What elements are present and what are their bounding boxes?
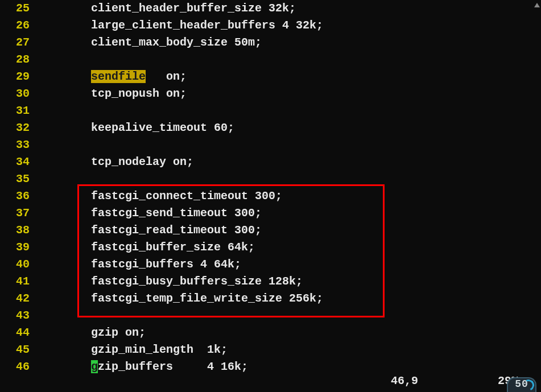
- line-number: 44: [0, 324, 34, 341]
- code-line[interactable]: 33: [0, 137, 541, 154]
- code-line[interactable]: 26large_client_header_buffers 4 32k;: [0, 17, 541, 34]
- line-number: 27: [0, 34, 34, 51]
- line-number: 39: [0, 239, 34, 256]
- code-text: fastcgi_connect_timeout 300;: [34, 188, 282, 205]
- code-text: gzip_min_length 1k;: [34, 341, 228, 358]
- line-number: 38: [0, 222, 34, 239]
- code-text: client_max_body_size 50m;: [34, 34, 262, 51]
- line-number: 26: [0, 17, 34, 34]
- code-line[interactable]: 37fastcgi_send_timeout 300;: [0, 205, 541, 222]
- line-number: 40: [0, 256, 34, 273]
- code-line[interactable]: 30tcp_nopush on;: [0, 85, 541, 102]
- code-text: tcp_nopush on;: [34, 85, 187, 102]
- code-text: sendfile on;: [34, 68, 187, 85]
- code-text: fastcgi_send_timeout 300;: [34, 205, 262, 222]
- code-line[interactable]: 32keepalive_timeout 60;: [0, 119, 541, 137]
- code-text: client_header_buffer_size 32k;: [34, 0, 296, 17]
- code-text: tcp_nodelay on;: [34, 154, 193, 171]
- code-line[interactable]: 35: [0, 171, 541, 188]
- highlighted-text: sendfile: [91, 70, 146, 83]
- scrollbar-up-icon[interactable]: [533, 1, 540, 9]
- line-number: 32: [0, 119, 34, 137]
- status-bar: 46,9 29%: [0, 373, 541, 390]
- code-line[interactable]: 40fastcgi_buffers 4 64k;: [0, 256, 541, 273]
- code-text: fastcgi_temp_file_write_size 256k;: [34, 290, 323, 307]
- overlay-badge: 50: [507, 377, 536, 392]
- code-line[interactable]: 34tcp_nodelay on;: [0, 154, 541, 171]
- line-number: 36: [0, 188, 34, 205]
- code-text: fastcgi_buffers 4 64k;: [34, 256, 241, 273]
- cursor-position: 46,9: [391, 373, 418, 390]
- line-number: 37: [0, 205, 34, 222]
- code-line[interactable]: 45gzip_min_length 1k;: [0, 341, 541, 358]
- line-number: 28: [0, 51, 34, 68]
- code-text: keepalive_timeout 60;: [34, 119, 234, 137]
- code-line[interactable]: 44gzip on;: [0, 324, 541, 341]
- code-line[interactable]: 38fastcgi_read_timeout 300;: [0, 222, 541, 239]
- code-line[interactable]: 28: [0, 51, 541, 68]
- code-line[interactable]: 43: [0, 307, 541, 324]
- code-line[interactable]: 36fastcgi_connect_timeout 300;: [0, 188, 541, 205]
- line-number: 34: [0, 154, 34, 171]
- code-text: fastcgi_read_timeout 300;: [34, 222, 262, 239]
- line-number: 45: [0, 341, 34, 358]
- code-line[interactable]: 39fastcgi_buffer_size 64k;: [0, 239, 541, 256]
- line-number: 33: [0, 137, 34, 154]
- code-line[interactable]: 29sendfile on;: [0, 68, 541, 85]
- code-text: gzip on;: [34, 324, 146, 341]
- code-text: fastcgi_busy_buffers_size 128k;: [34, 273, 303, 290]
- line-number: 25: [0, 0, 34, 17]
- code-text: large_client_header_buffers 4 32k;: [34, 17, 323, 34]
- line-number: 35: [0, 171, 34, 188]
- highlighted-text: g: [91, 360, 98, 373]
- line-number: 30: [0, 85, 34, 102]
- line-number: 31: [0, 102, 34, 119]
- code-line[interactable]: 42fastcgi_temp_file_write_size 256k;: [0, 290, 541, 307]
- code-text: fastcgi_buffer_size 64k;: [34, 239, 255, 256]
- line-number: 42: [0, 290, 34, 307]
- code-line[interactable]: 41fastcgi_busy_buffers_size 128k;: [0, 273, 541, 290]
- line-number: 29: [0, 68, 34, 85]
- code-line[interactable]: 31: [0, 102, 541, 119]
- code-line[interactable]: 25client_header_buffer_size 32k;: [0, 0, 541, 17]
- code-editor[interactable]: 25client_header_buffer_size 32k;26large_…: [0, 0, 541, 376]
- line-number: 43: [0, 307, 34, 324]
- line-number: 41: [0, 273, 34, 290]
- code-line[interactable]: 27client_max_body_size 50m;: [0, 34, 541, 51]
